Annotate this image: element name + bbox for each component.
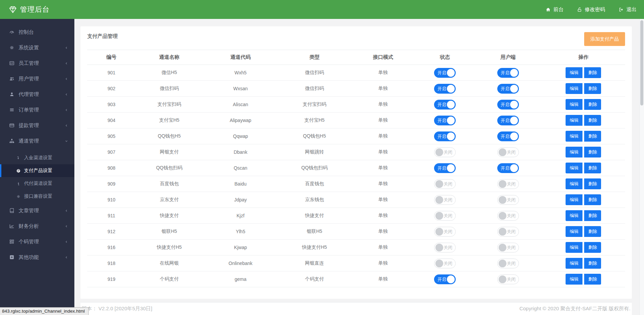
edit-button[interactable]: 编辑 [566,131,582,142]
vertical-scrollbar[interactable] [639,19,644,315]
client-toggle[interactable]: 开启 [497,116,519,125]
cell-status: 开启 [415,97,474,113]
cell-actions: 编辑 删除 [542,240,625,256]
delete-button[interactable]: 删除 [584,242,601,253]
client-toggle[interactable]: 关闭 [497,211,519,221]
status-toggle[interactable]: 关闭 [434,211,456,221]
scrollbar-thumb[interactable] [640,20,643,105]
sidebar-item-user-management[interactable]: 用户管理 [0,71,74,87]
edit-button[interactable]: 编辑 [566,178,582,189]
edit-button[interactable]: 编辑 [566,67,582,78]
client-toggle[interactable]: 关闭 [497,195,519,205]
status-toggle[interactable]: 开启 [434,163,456,173]
cell-type: 百度钱包 [278,176,351,192]
delete-button[interactable]: 删除 [584,99,601,110]
topnav: 前台 修改密码 退出 [546,6,637,13]
toggle-knob [447,69,455,77]
client-toggle[interactable]: 开启 [497,84,519,94]
status-toggle[interactable]: 开启 [434,116,456,125]
users-icon [9,76,15,81]
client-toggle[interactable]: 关闭 [497,179,519,189]
delete-button[interactable]: 删除 [584,115,601,126]
sidebar-item-other-functions[interactable]: 其他功能 [0,249,74,265]
edit-button[interactable]: 编辑 [566,210,582,221]
edit-button[interactable]: 编辑 [566,147,582,158]
sidebar-item-payout-channel-settings[interactable]: 代付渠道设置 [0,177,74,190]
sidebar-item-deposit-channel-settings[interactable]: 入金渠道设置 [0,151,74,164]
delete-button[interactable]: 删除 [584,163,601,173]
sidebar-item-withdraw-management[interactable]: 提款管理 [0,118,74,133]
status-toggle[interactable]: 开启 [434,84,456,94]
client-toggle[interactable]: 开启 [497,131,519,141]
delete-button[interactable]: 删除 [584,131,601,142]
status-toggle[interactable]: 关闭 [434,195,456,205]
status-toggle[interactable]: 关闭 [434,243,456,252]
sidebar-item-channel-management[interactable]: 通道管理 [0,133,74,149]
status-toggle[interactable]: 开启 [434,100,456,110]
brand[interactable]: 管理后台 [9,5,50,14]
toggle-label: 关闭 [444,245,452,250]
delete-button[interactable]: 删除 [584,83,601,94]
client-toggle[interactable]: 关闭 [497,227,519,237]
edit-button[interactable]: 编辑 [566,258,582,269]
sidebar-item-dashboard[interactable]: 控制台 [0,24,74,40]
delete-button[interactable]: 删除 [584,147,601,158]
edit-button[interactable]: 编辑 [566,194,582,205]
edit-button[interactable]: 编辑 [566,163,582,173]
tachometer-icon [9,29,15,35]
edit-button[interactable]: 编辑 [566,242,582,253]
edit-button[interactable]: 编辑 [566,83,582,94]
toggle-label: 关闭 [444,198,452,202]
sidebar-item-article-management[interactable]: 文章管理 [0,203,74,218]
sidebar-item-interface-compat-settings[interactable]: 接口兼容设置 [0,190,74,203]
toggle-label: 开启 [437,87,446,91]
edit-button[interactable]: 编辑 [566,115,582,126]
delete-button[interactable]: 删除 [584,194,601,205]
topnav-item-change-password[interactable]: 修改密码 [577,6,605,13]
gem-icon [9,5,17,14]
client-toggle[interactable]: 开启 [497,100,519,110]
add-payment-product-button[interactable]: 添加支付产品 [584,32,625,46]
cell-actions: 编辑 删除 [542,65,625,81]
edit-button[interactable]: 编辑 [566,226,582,237]
delete-button[interactable]: 删除 [584,274,601,285]
status-toggle[interactable]: 关闭 [434,179,456,189]
cell-code: Onlinebank [203,256,278,271]
sidebar-item-staff-management[interactable]: 员工管理 [0,55,74,71]
client-toggle[interactable]: 关闭 [497,274,519,284]
client-toggle[interactable]: 关闭 [497,259,519,268]
sidebar-item-finance-analysis[interactable]: 财务分析 [0,218,74,234]
status-toggle[interactable]: 开启 [434,68,456,78]
client-toggle[interactable]: 开启 [497,163,519,173]
sidebar-item-payment-product-settings[interactable]: 支付产品设置 [0,164,74,177]
delete-button[interactable]: 删除 [584,178,601,189]
sidebar-item-system-settings[interactable]: 系统设置 [0,40,74,55]
cell-type: 网银跳转 [278,144,351,160]
sidebar-item-personal-code-management[interactable]: 个码管理 [0,234,74,249]
edit-button[interactable]: 编辑 [566,99,582,110]
chevron-left-icon [65,93,68,96]
client-toggle[interactable]: 关闭 [497,243,519,252]
topnav-item-logout[interactable]: 退出 [619,6,637,13]
status-toggle[interactable]: 关闭 [434,259,456,268]
cell-client: 开启 [474,113,542,128]
status-toggle[interactable]: 关闭 [434,227,456,237]
client-toggle[interactable]: 开启 [497,68,519,78]
status-toggle[interactable]: 开启 [434,131,456,141]
client-toggle[interactable]: 关闭 [497,147,519,157]
sidebar-nav: 控制台 系统设置 员工管理 用户管理 代理管理 订单管理 [0,19,74,265]
cell-name: 银联H5 [136,224,203,240]
delete-button[interactable]: 删除 [584,258,601,269]
cell-mode: 单独 [351,97,415,113]
sidebar-item-agent-management[interactable]: 代理管理 [0,87,74,102]
delete-button[interactable]: 删除 [584,210,601,221]
topnav-item-frontend[interactable]: 前台 [546,6,564,13]
status-toggle[interactable]: 开启 [434,274,456,284]
sidebar-item-order-management[interactable]: 订单管理 [0,102,74,118]
edit-button[interactable]: 编辑 [566,274,582,285]
status-toggle[interactable]: 关闭 [434,147,456,157]
delete-button[interactable]: 删除 [584,67,601,78]
delete-button[interactable]: 删除 [584,226,601,237]
topbar: 管理后台 前台 修改密码 退出 [0,0,644,19]
cell-code: Qscan [203,160,278,176]
